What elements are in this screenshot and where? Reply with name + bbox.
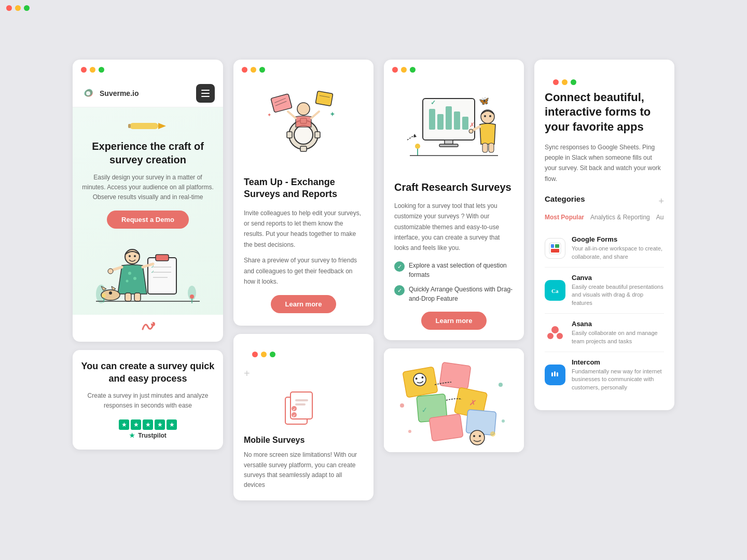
svg-rect-20 xyxy=(125,293,131,301)
svg-point-64 xyxy=(484,115,486,117)
svg-rect-105 xyxy=(551,372,553,376)
check-item-1: ✓ Explore a vast selection of question f… xyxy=(394,261,514,279)
mobile-surveys-desc: No more screen size limitations! With ou… xyxy=(244,450,363,490)
category-tab-popular[interactable]: Most Popular xyxy=(545,214,584,221)
maximize-dot xyxy=(99,67,104,73)
star-1: ★ xyxy=(119,419,129,430)
integrations-card: Connect beautiful, interactive forms to … xyxy=(534,60,674,410)
canva-info: Canva Easily create beautiful presentati… xyxy=(572,274,664,307)
svg-point-14 xyxy=(129,255,131,257)
main-grid: Suverme.io Experience the craf xyxy=(73,60,674,500)
collage-card: ✗ ✓ xyxy=(384,348,524,452)
google-forms-info: Google Forms Your all-in-one workspace t… xyxy=(572,235,664,261)
minimize-dot-2 xyxy=(251,67,256,73)
traffic-lights-4 xyxy=(384,60,524,78)
svg-rect-36 xyxy=(300,146,307,151)
intercom-info: Intercom Fundamentally new way for inter… xyxy=(572,358,664,391)
category-tab-analytics[interactable]: Analytics & Reporting xyxy=(590,214,650,221)
decoration-worm xyxy=(73,315,223,342)
column-4: Connect beautiful, interactive forms to … xyxy=(534,60,674,410)
svg-point-29 xyxy=(102,293,106,298)
canva-icon: Ca xyxy=(545,280,565,301)
check-list: ✓ Explore a vast selection of question f… xyxy=(394,261,514,303)
close-dot-3 xyxy=(252,352,258,357)
svg-point-15 xyxy=(134,255,136,257)
canva-desc: Easily create beautiful presentations an… xyxy=(572,283,664,307)
research-illustration: 🦋 ✓ ✗ xyxy=(384,78,524,171)
integration-asana: Asana Easily collaborate on and manage t… xyxy=(545,314,664,352)
column-3: 🦋 ✓ ✗ xyxy=(384,60,524,452)
maximize-dot-4 xyxy=(410,67,416,73)
plus-icon: + xyxy=(658,196,664,207)
star-3: ★ xyxy=(143,419,153,430)
hero-description: Easily design your survey in a matter of… xyxy=(81,173,215,203)
team-up-desc-1: Invite colleagues to help edit your surv… xyxy=(244,208,363,250)
quick-survey-desc: Create a survey in just minutes and anal… xyxy=(81,391,215,411)
svg-text:🦋: 🦋 xyxy=(479,96,489,106)
svg-rect-50 xyxy=(295,403,306,405)
integrations-title: Connect beautiful, interactive forms to … xyxy=(545,90,664,135)
hero-section: Experience the craft of survey creation … xyxy=(73,107,223,315)
asana-info: Asana Easily collaborate on and manage t… xyxy=(572,320,664,345)
star-2: ★ xyxy=(131,419,141,430)
app-header: Suverme.io xyxy=(73,78,223,107)
notion-icon xyxy=(545,238,565,259)
research-desc: Looking for a survey tool that lets you … xyxy=(394,201,514,254)
svg-marker-24 xyxy=(112,286,116,290)
request-demo-button[interactable]: Request a Demo xyxy=(107,211,189,229)
mobile-surveys-title: Mobile Surveys xyxy=(244,436,363,445)
svg-marker-2 xyxy=(158,123,166,129)
svg-point-103 xyxy=(557,333,563,339)
mobile-plus: + xyxy=(244,362,363,382)
minimize-dot-6 xyxy=(562,79,568,85)
star-rating: ★ ★ ★ ★ ★ xyxy=(119,419,177,430)
svg-point-89 xyxy=(490,431,495,437)
research-card: 🦋 ✓ ✗ xyxy=(384,60,524,340)
minimize-dot xyxy=(90,67,95,73)
svg-point-63 xyxy=(481,110,494,123)
svg-point-0 xyxy=(86,91,90,95)
trustpilot-label: ★ Trustpilot xyxy=(129,432,167,439)
traffic-lights-1 xyxy=(73,60,223,78)
category-tab-automation[interactable]: Autom xyxy=(656,214,664,221)
svg-point-16 xyxy=(128,272,131,275)
svg-point-101 xyxy=(551,326,559,333)
traffic-lights-6 xyxy=(545,72,664,90)
logo-area: Suverme.io xyxy=(81,86,139,101)
integration-list: Google Forms Your all-in-one workspace t… xyxy=(545,229,664,398)
svg-point-34 xyxy=(294,125,313,144)
team-up-learn-more-button[interactable]: Learn more xyxy=(271,295,337,313)
svg-text:✓: ✓ xyxy=(293,414,296,417)
integrations-desc: Sync responses to Google Sheets. Ping pe… xyxy=(545,142,664,185)
svg-point-91 xyxy=(473,435,475,437)
team-up-title: Team Up - Exchange Surveys and Reports xyxy=(244,176,363,201)
svg-point-94 xyxy=(502,419,505,423)
svg-rect-106 xyxy=(554,371,556,376)
svg-text:✦: ✦ xyxy=(329,110,336,118)
logo-icon xyxy=(81,86,95,101)
menu-button[interactable] xyxy=(196,84,215,103)
collage-illustration: ✗ ✓ xyxy=(384,348,524,452)
svg-point-66 xyxy=(469,129,473,133)
trustpilot-text: Trustpilot xyxy=(138,432,167,439)
research-learn-more-button[interactable]: Learn more xyxy=(421,312,487,330)
asana-icon xyxy=(545,323,565,343)
category-tabs: Most Popular Analytics & Reporting Autom xyxy=(545,214,664,221)
svg-rect-1 xyxy=(130,123,158,129)
svg-rect-80 xyxy=(429,414,463,441)
svg-rect-49 xyxy=(295,399,308,401)
svg-rect-21 xyxy=(134,293,141,301)
check-icon-1: ✓ xyxy=(394,261,405,272)
maximize-dot-6 xyxy=(571,79,576,85)
star-5: ★ xyxy=(167,419,177,430)
intercom-name: Intercom xyxy=(572,358,664,366)
logo-text: Suverme.io xyxy=(100,89,139,97)
asana-desc: Easily collaborate on and manage team pr… xyxy=(572,329,664,345)
svg-rect-7 xyxy=(156,255,169,261)
mobile-illustration: ✓ ✓ xyxy=(244,387,363,430)
svg-point-87 xyxy=(400,403,404,408)
svg-text:✓: ✓ xyxy=(431,99,436,106)
svg-text:✓: ✓ xyxy=(293,408,296,411)
svg-rect-59 xyxy=(454,111,460,130)
svg-rect-57 xyxy=(437,114,444,130)
